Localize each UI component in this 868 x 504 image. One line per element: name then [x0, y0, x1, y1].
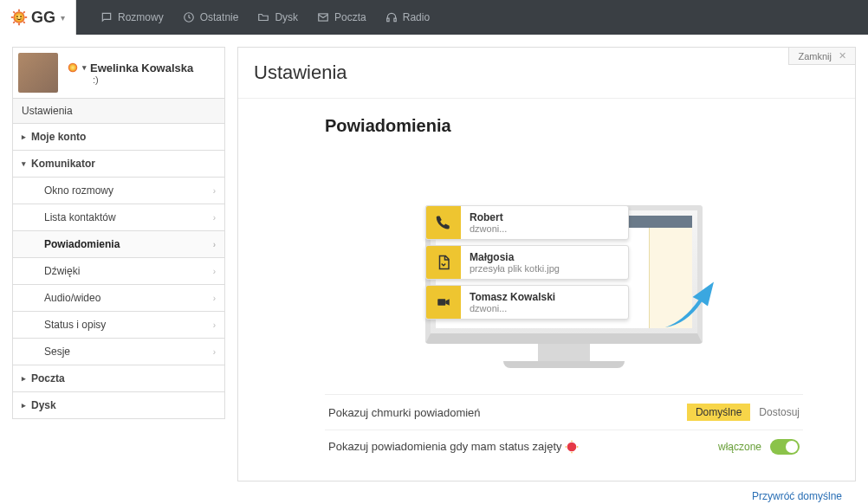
- sidebar-item-okno-rozmowy[interactable]: Okno rozmowy›: [12, 178, 225, 204]
- sidebar-section-komunikator[interactable]: ▾Komunikator: [12, 151, 225, 178]
- sidebar-section-moje-konto[interactable]: ▸Moje konto: [12, 124, 225, 151]
- notification-card: Tomasz Kowalskidzwoni...: [425, 285, 629, 320]
- svg-point-15: [68, 63, 78, 73]
- notification-stack: Robertdzwoni... Małgosiaprzesyła plik ko…: [425, 205, 629, 325]
- setting-label: Pokazuj chmurki powiadomień: [328, 406, 481, 419]
- content-panel: Zamknij ✕ Ustawienia Powiadomienia: [237, 47, 856, 481]
- notification-card: Robertdzwoni...: [425, 205, 629, 240]
- sidebar-item-dzwieki[interactable]: Dźwięki›: [12, 258, 225, 285]
- toggle-switch[interactable]: [770, 439, 800, 455]
- nav-label: Dysk: [275, 11, 298, 23]
- section-title: Powiadomienia: [325, 116, 803, 136]
- svg-point-9: [16, 16, 18, 17]
- notification-card: Małgosiaprzesyła plik kotki.jpg: [425, 245, 629, 280]
- setting-row-chmurki: Pokazuj chmurki powiadomień Domyślne Dos…: [325, 394, 803, 430]
- nav-poczta[interactable]: Poczta: [317, 11, 366, 23]
- svg-line-7: [13, 22, 15, 23]
- profile-name: Ewelinka Kowalska: [90, 61, 193, 74]
- chevron-right-icon: ›: [213, 347, 216, 357]
- arrow-icon: [659, 273, 720, 333]
- customize-link[interactable]: Dostosuj: [759, 406, 800, 418]
- caret-icon: ▾: [82, 63, 87, 72]
- status-sun-icon: [67, 61, 79, 74]
- sidebar-item-sesje[interactable]: Sesje›: [12, 339, 225, 365]
- sidebar-section-poczta[interactable]: ▸Poczta: [12, 365, 225, 392]
- svg-line-5: [13, 11, 15, 13]
- svg-line-6: [23, 22, 25, 23]
- nav-radio[interactable]: Radio: [385, 11, 430, 23]
- svg-point-17: [567, 443, 577, 452]
- top-nav: Rozmowy Ostatnie Dysk Poczta Radio: [76, 11, 430, 23]
- chevron-right-icon: ›: [213, 294, 216, 303]
- svg-rect-16: [437, 299, 445, 306]
- svg-rect-13: [387, 18, 389, 22]
- busy-sun-icon: [565, 440, 579, 454]
- sidebar-header: Ustawienia: [12, 99, 225, 124]
- nav-label: Rozmowy: [118, 11, 164, 23]
- nav-label: Poczta: [334, 11, 366, 23]
- close-icon: ✕: [839, 50, 846, 61]
- nav-label: Ostatnie: [200, 11, 239, 23]
- top-bar: GG ▾ Rozmowy Ostatnie Dysk Poczta Radio: [0, 0, 868, 35]
- logo-text: GG: [31, 9, 55, 27]
- caret-right-icon: ▸: [22, 132, 26, 141]
- chat-icon: [100, 11, 113, 23]
- chevron-right-icon: ›: [213, 240, 216, 249]
- video-icon: [426, 286, 461, 319]
- chevron-right-icon: ›: [213, 186, 216, 196]
- default-button[interactable]: Domyślne: [687, 404, 750, 421]
- folder-icon: [257, 11, 269, 23]
- restore-defaults-link[interactable]: Przywróć domyślne: [237, 481, 856, 504]
- sidebar-item-audio-wideo[interactable]: Audio/wideo›: [12, 285, 225, 312]
- status-enabled: włączone: [718, 441, 761, 453]
- nav-label: Radio: [403, 11, 430, 23]
- page-title: Ustawienia: [254, 61, 347, 84]
- close-label: Zamknij: [798, 51, 832, 61]
- content-body: Powiadomienia: [238, 99, 855, 481]
- sidebar-item-lista-kontaktow[interactable]: Lista kontaktów›: [12, 204, 225, 231]
- close-button[interactable]: Zamknij ✕: [788, 48, 855, 65]
- logo[interactable]: GG ▾: [0, 0, 76, 35]
- caret-right-icon: ▸: [22, 374, 26, 383]
- svg-point-10: [20, 16, 22, 17]
- avatar: [18, 53, 58, 93]
- sidebar-item-status-opisy[interactable]: Status i opisy›: [12, 312, 225, 339]
- nav-ostatnie[interactable]: Ostatnie: [183, 11, 239, 23]
- chevron-right-icon: ›: [213, 267, 216, 276]
- content-header: Ustawienia: [238, 48, 855, 99]
- svg-point-0: [13, 11, 24, 23]
- svg-rect-14: [394, 18, 396, 22]
- sidebar-item-powiadomienia[interactable]: Powiadomienia›: [12, 231, 225, 258]
- chevron-right-icon: ›: [213, 320, 216, 330]
- headphones-icon: [385, 11, 398, 23]
- setting-label: Pokazuj powiadomienia gdy mam status zaj…: [328, 440, 579, 455]
- sidebar: ▾ Ewelinka Kowalska :) Ustawienia ▸Moje …: [12, 47, 225, 504]
- nav-rozmowy[interactable]: Rozmowy: [100, 11, 164, 23]
- phone-icon: [426, 206, 461, 239]
- sun-icon: [10, 9, 28, 26]
- sidebar-section-dysk[interactable]: ▸Dysk: [12, 392, 225, 419]
- caret-down-icon: ▾: [22, 159, 26, 168]
- file-icon: [426, 246, 461, 279]
- profile-box[interactable]: ▾ Ewelinka Kowalska :): [12, 47, 225, 99]
- illustration: Robertdzwoni... Małgosiaprzesyła plik ko…: [382, 205, 746, 368]
- clock-icon: [183, 11, 195, 23]
- nav-dysk[interactable]: Dysk: [257, 11, 298, 23]
- caret-right-icon: ▸: [22, 401, 26, 410]
- chevron-down-icon: ▾: [61, 13, 65, 23]
- setting-row-status-zajety: Pokazuj powiadomienia gdy mam status zaj…: [325, 430, 803, 463]
- mail-icon: [317, 11, 329, 23]
- chevron-right-icon: ›: [213, 213, 216, 223]
- svg-line-8: [23, 11, 25, 13]
- profile-status: :): [93, 74, 193, 85]
- main-layout: ▾ Ewelinka Kowalska :) Ustawienia ▸Moje …: [0, 35, 868, 504]
